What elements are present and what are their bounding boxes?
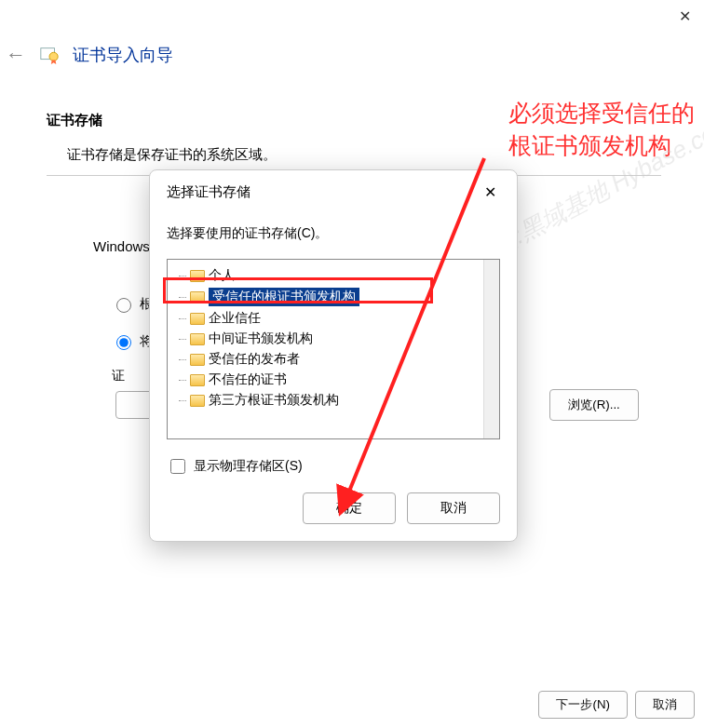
wizard-header: ← 证书导入向导	[0, 43, 173, 67]
radio-place[interactable]	[116, 335, 131, 350]
dialog-buttons: 确定 取消	[303, 492, 500, 524]
wizard-bottom-buttons: 下一步(N) 取消	[538, 691, 695, 719]
tree-item-label: 个人	[209, 267, 235, 284]
select-store-dialog: 选择证书存储 ✕ 选择要使用的证书存储(C)。 个人 受信任的根证书颁发机构 企…	[149, 169, 518, 542]
tree-item-enterprise-trust[interactable]: 企业信任	[173, 308, 499, 329]
folder-icon	[190, 313, 205, 325]
tree-item-label: 中间证书颁发机构	[209, 330, 313, 347]
dialog-body: 选择要使用的证书存储(C)。 个人 受信任的根证书颁发机构 企业信任 中间证书颁…	[150, 209, 517, 477]
tree-item-label: 企业信任	[209, 310, 261, 327]
certificate-icon	[39, 45, 60, 65]
dialog-close-icon[interactable]: ✕	[477, 180, 504, 205]
folder-icon	[190, 270, 205, 282]
tree-item-label: 第三方根证书颁发机构	[209, 392, 339, 409]
tree-box: 个人 受信任的根证书颁发机构 企业信任 中间证书颁发机构 受信任的发布者	[167, 259, 500, 439]
tree-item-label: 受信任的发布者	[209, 351, 300, 368]
tree-item-label: 不信任的证书	[209, 371, 287, 388]
tree-item-trusted-publishers[interactable]: 受信任的发布者	[173, 349, 499, 370]
folder-icon	[190, 374, 205, 386]
show-physical-row[interactable]: 显示物理存储区(S)	[167, 456, 500, 477]
annotation-line2: 根证书颁发机构	[508, 129, 695, 162]
close-icon[interactable]: ✕	[679, 7, 691, 25]
tree-item-label: 受信任的根证书颁发机构	[209, 288, 359, 306]
windows-label: Windows	[93, 238, 150, 254]
tree-item-untrusted[interactable]: 不信任的证书	[173, 370, 499, 390]
scrollbar[interactable]	[483, 260, 499, 438]
dialog-instruction: 选择要使用的证书存储(C)。	[167, 225, 500, 242]
tree-item-third-party-root[interactable]: 第三方根证书颁发机构	[173, 390, 499, 411]
folder-icon	[190, 395, 205, 407]
store-input[interactable]	[115, 391, 153, 419]
folder-icon	[190, 291, 205, 303]
ok-button[interactable]: 确定	[303, 492, 396, 524]
wizard-cancel-button[interactable]: 取消	[635, 691, 695, 719]
show-physical-checkbox[interactable]	[170, 459, 185, 474]
wizard-title: 证书导入向导	[73, 44, 173, 66]
store-label: 证	[112, 368, 125, 384]
tree-item-trusted-root[interactable]: 受信任的根证书颁发机构	[173, 286, 499, 308]
show-physical-label: 显示物理存储区(S)	[194, 458, 303, 475]
folder-icon	[190, 333, 205, 345]
radio-auto[interactable]	[116, 298, 131, 313]
browse-button[interactable]: 浏览(R)...	[549, 389, 639, 421]
back-arrow-icon[interactable]: ←	[0, 43, 26, 67]
annotation: 必须选择受信任的 根证书颁发机构	[508, 97, 695, 162]
svg-point-1	[49, 52, 58, 61]
tree-item-intermediate-ca[interactable]: 中间证书颁发机构	[173, 329, 499, 349]
annotation-line1: 必须选择受信任的	[508, 97, 695, 129]
folder-icon	[190, 354, 205, 366]
tree-item-personal[interactable]: 个人	[173, 265, 499, 286]
tree: 个人 受信任的根证书颁发机构 企业信任 中间证书颁发机构 受信任的发布者	[168, 260, 499, 411]
next-button[interactable]: 下一步(N)	[538, 691, 628, 719]
dialog-cancel-button[interactable]: 取消	[407, 492, 500, 524]
dialog-title: 选择证书存储	[150, 170, 517, 209]
